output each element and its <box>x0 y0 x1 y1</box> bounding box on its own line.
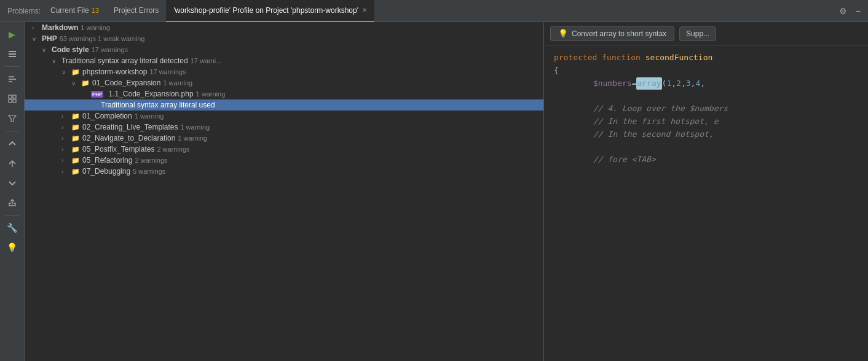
folder-icon-07dbg: 📁 <box>71 168 80 176</box>
tree-panel: › Markdown 1 warning ∨ PHP 63 warnings 1… <box>25 22 544 361</box>
gear-button[interactable]: ⚙ <box>837 5 850 17</box>
problems-toolbar: Problems: Current File 13 Project Errors… <box>0 0 868 22</box>
tree-item-traditional-syntax[interactable]: ∨ Traditional syntax array literal detec… <box>25 55 543 66</box>
tree-count-markdown: 1 warning <box>81 24 110 31</box>
svg-rect-0 <box>9 51 16 52</box>
tree-text-code-style: Code style <box>52 45 89 54</box>
tree-item-phpstorm-workshop[interactable]: ∨ 📁 phpstorm-workshop 17 warnings <box>25 66 543 77</box>
comma-2: , <box>681 77 686 90</box>
export-icon[interactable] <box>4 194 21 211</box>
tree-arrow-05ref: › <box>61 157 69 164</box>
comma-3: , <box>691 77 696 90</box>
sort-lines-icon[interactable] <box>4 71 21 88</box>
supp-btn-label: Supp... <box>686 29 709 38</box>
convert-array-button[interactable]: 💡 Convert array to short syntax <box>550 26 674 41</box>
code-line-empty1 <box>554 90 858 103</box>
play-icon[interactable]: ▶ <box>4 26 21 43</box>
problems-label: Problems: <box>5 7 43 15</box>
tree-item-code-style[interactable]: ∨ Code style 17 warnings <box>25 44 543 55</box>
tree-arrow-07dbg: › <box>61 168 69 175</box>
svg-rect-6 <box>9 95 12 98</box>
separator2 <box>5 131 20 131</box>
num-4: 4 <box>695 77 700 90</box>
minimize-button[interactable]: − <box>853 5 863 17</box>
tree-arrow-02nav: › <box>61 135 69 142</box>
code-line-brace: { <box>554 64 858 77</box>
open-brace: { <box>554 64 559 77</box>
scroll-icon[interactable] <box>4 45 21 63</box>
code-line-empty2 <box>554 141 858 154</box>
tree-item-01-completion[interactable]: › 📁 01_Completion 1 warning <box>25 111 543 122</box>
top-bar-actions: ⚙ − <box>837 5 863 17</box>
array-fn: array <box>636 77 661 90</box>
tree-item-05-refactoring[interactable]: › 📁 05_Refactoring 2 warnings <box>25 155 543 166</box>
wrench-icon[interactable]: 🔧 <box>4 219 21 236</box>
tree-text-markdown: Markdown <box>42 23 78 32</box>
tree-item-php-file[interactable]: › PHP 1.1_Code_Expansion.php 1 warning <box>25 88 543 99</box>
tree-text-workshop: phpstorm-workshop <box>82 68 147 76</box>
tab-current-file-label: Current File <box>50 6 89 15</box>
code-line-numbers: $numbers = array ( 1 , 2 , 3 , 4 , <box>554 77 858 90</box>
expand-icon[interactable] <box>4 155 21 172</box>
tree-text-phpfile: 1.1_Code_Expansion.php <box>108 90 193 98</box>
tree-item-02-live-templates[interactable]: › 📁 02_Creating_Live_Templates 1 warning <box>25 122 543 133</box>
tab-current-file[interactable]: Current File 13 <box>43 0 106 22</box>
tree-count-php: 63 warnings 1 weak warning <box>60 35 145 42</box>
bulb-toolbar-icon[interactable]: 💡 <box>4 239 21 256</box>
code-line-1: protected function secondFunction <box>554 52 858 64</box>
bulb-icon: 💡 <box>558 29 568 38</box>
function-name: secondFunction <box>645 52 713 64</box>
tree-count-code-style: 17 warnings <box>92 46 128 53</box>
down-arrow-icon[interactable] <box>4 174 21 192</box>
num-2: 2 <box>676 77 681 90</box>
tree-item-02-navigate[interactable]: › 📁 02_Navigate_to_Declaration 1 warning <box>25 133 543 144</box>
tree-text-01ce: 01_Code_Expansion <box>92 79 160 87</box>
tree-item-php[interactable]: ∨ PHP 63 warnings 1 weak warning <box>25 33 543 44</box>
tree-item-05-postfix[interactable]: › 📁 05_Postfix_Templates 2 warnings <box>25 144 543 155</box>
keyword-protected: protected <box>554 52 597 64</box>
svg-rect-1 <box>9 53 16 55</box>
convert-btn-label: Convert array to short syntax <box>572 29 666 38</box>
code-line-comment2: // In the first hotspot, e <box>554 115 858 128</box>
assign: = <box>632 77 637 90</box>
tree-count-01comp: 1 warning <box>135 112 164 120</box>
up-arrow-icon[interactable] <box>4 135 21 152</box>
tree-text-05ref: 05_Refactoring <box>82 156 132 165</box>
folder-icon-05pf: 📁 <box>71 146 80 153</box>
separator1 <box>5 66 20 67</box>
suppress-button[interactable]: Supp... <box>679 26 716 41</box>
tree-arrow-traditional: ∨ <box>52 58 59 64</box>
space-2 <box>641 52 645 64</box>
tree-arrow-code-style: ∨ <box>42 47 49 53</box>
tab-project-errors[interactable]: Project Errors <box>106 0 166 22</box>
tree-text-used: Traditional syntax array literal used <box>101 101 215 109</box>
tree-arrow-workshop: ∨ <box>61 69 69 76</box>
tree-item-07-debugging[interactable]: › 📁 07_Debugging 5 warnings <box>25 166 543 177</box>
code-line-comment3: // In the second hotspot, <box>554 128 858 141</box>
tree-item-markdown[interactable]: › Markdown 1 warning <box>25 22 543 33</box>
folder-icon-02nav: 📁 <box>71 134 80 142</box>
code-area: protected function secondFunction { $num… <box>544 45 868 361</box>
tab-close-icon[interactable]: ✕ <box>362 7 367 14</box>
folder-icon-02lt: 📁 <box>71 123 80 131</box>
tree-item-traditional-used[interactable]: › Traditional syntax array literal used <box>25 99 543 111</box>
tree-text-php: PHP <box>42 34 57 43</box>
svg-rect-7 <box>13 95 16 98</box>
grid-icon[interactable] <box>4 90 21 107</box>
tree-item-01-code-expansion[interactable]: ∨ 📁 01_Code_Expansion 1 warning <box>25 77 543 88</box>
code-line-fore: // fore <TAB> <box>554 153 858 166</box>
comment-fore: // fore <TAB> <box>593 153 656 166</box>
tree-count-01ce: 1 warning <box>163 79 192 87</box>
tree-text-07dbg: 07_Debugging <box>82 167 130 176</box>
keyword-function: function <box>602 52 641 64</box>
filter-icon[interactable] <box>4 110 21 127</box>
code-line-comment1: // 4. Loop over the $numbers <box>554 103 858 115</box>
folder-icon-05ref: 📁 <box>71 157 80 165</box>
tree-count-workshop: 17 warnings <box>149 68 186 76</box>
comma-4: , <box>700 77 705 90</box>
folder-icon-workshop: 📁 <box>71 68 80 76</box>
tree-count-02nav: 1 warning <box>178 134 207 142</box>
tab-profile[interactable]: 'workshop-profile' Profile on Project 'p… <box>166 0 374 22</box>
tree-arrow-php: ∨ <box>32 36 39 42</box>
left-toolbar: ▶ 🔧 💡 <box>0 22 25 361</box>
